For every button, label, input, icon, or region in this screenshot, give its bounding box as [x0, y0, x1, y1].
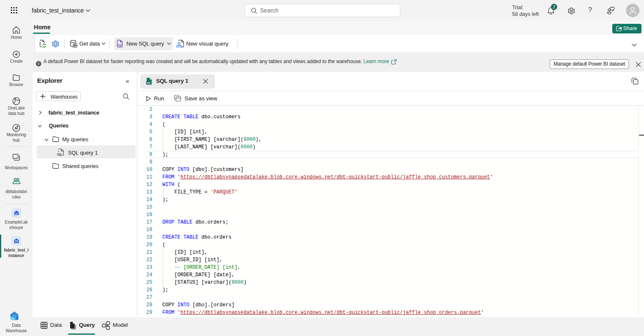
svg-text:SQL: SQL	[117, 43, 123, 46]
svg-text:SQL: SQL	[146, 81, 151, 84]
svg-text:SQL: SQL	[57, 153, 63, 156]
